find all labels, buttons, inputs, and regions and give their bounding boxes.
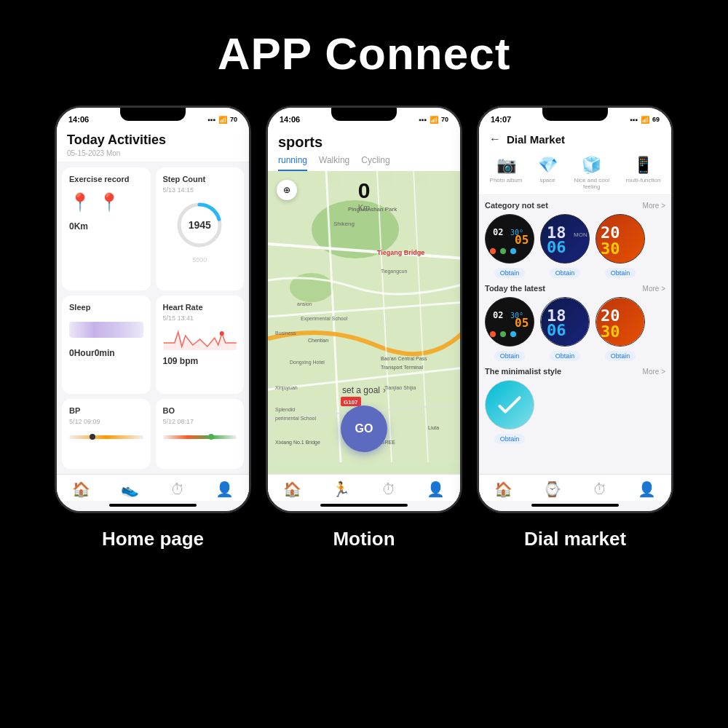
svg-text:Bao'an Central Pass: Bao'an Central Pass [381, 356, 427, 361]
nav-activity-icon[interactable]: 👟 [121, 480, 139, 498]
cat-multi[interactable]: 📱 multi-function [626, 156, 661, 190]
svg-text:02: 02 [493, 227, 503, 237]
phone-motion: 14:06 ▪▪▪ 📶 70 sports running Walkin [266, 106, 462, 550]
photo-album-icon: 📷 [496, 156, 516, 175]
svg-point-54 [510, 331, 516, 337]
dial-market-title: Dial Market [507, 133, 565, 146]
section2-more[interactable]: More > [643, 285, 665, 293]
dial-item-5[interactable]: 18 06 Obtain [540, 297, 590, 361]
dial-item-6[interactable]: 20 30 Obtain [596, 297, 645, 361]
hr-title: Heart Rate [163, 303, 237, 312]
svg-point-40 [510, 248, 516, 254]
dial-item-minimalist[interactable]: Obtain [485, 380, 534, 444]
svg-text:perimental School: perimental School [275, 416, 316, 422]
svg-text:Chentian: Chentian [308, 338, 328, 343]
wifi-icon-1: 📶 [218, 116, 227, 124]
sleep-value: 0Hour0min [69, 348, 143, 358]
svg-point-38 [490, 248, 496, 254]
phone1-label: Home page [102, 528, 204, 550]
obtain-btn-2b[interactable]: Obtain [550, 351, 581, 361]
svg-text:Experimental School: Experimental School [301, 316, 348, 322]
battery-icon-1: 70 [230, 116, 237, 123]
multi-icon: 📱 [633, 156, 653, 175]
svg-text:06: 06 [547, 321, 566, 339]
cat-cool[interactable]: 🧊 Nice and cool feeling [573, 156, 611, 190]
dial-item-1[interactable]: 02 30° 05 Obtain [485, 214, 534, 278]
set-goal-button[interactable]: set a goal › [342, 385, 386, 395]
phone-home: 14:06 ▪▪▪ 📶 70 Today Activities 05-15-20… [55, 106, 251, 550]
battery-icon-3: 69 [652, 116, 660, 123]
sports-title: sports [278, 134, 450, 151]
step-title: Step Count [163, 175, 237, 183]
home-date: 05-15-2023 Mon [67, 149, 239, 157]
section3-more[interactable]: More > [643, 368, 665, 376]
svg-text:Xixiang No.1 Bridge: Xixiang No.1 Bridge [275, 440, 320, 446]
obtain-btn-1b[interactable]: Obtain [550, 268, 581, 278]
nav-home-3[interactable]: 🏠 [494, 480, 513, 498]
exercise-card: Exercise record 📍 📍 0Km [62, 167, 151, 290]
svg-text:Liuta: Liuta [428, 425, 439, 430]
sleep-title: Sleep [69, 303, 143, 312]
hr-chart [163, 325, 237, 350]
obtain-btn-1c[interactable]: Obtain [605, 268, 636, 278]
sleep-card: Sleep 0Hour0min [62, 296, 151, 393]
svg-text:Business: Business [275, 331, 296, 336]
svg-text:02: 02 [493, 310, 503, 320]
cat-space[interactable]: 💎 space [538, 156, 558, 190]
obtain-btn-2a[interactable]: Obtain [494, 351, 526, 361]
hr-value: 109 bpm [163, 356, 237, 366]
page-title: APP Connect [218, 28, 511, 79]
nav-person-2[interactable]: 👤 [427, 480, 445, 498]
nav-home-2[interactable]: 🏠 [283, 480, 301, 498]
phone3-label: Dial market [524, 528, 626, 550]
phone2-label: Motion [333, 528, 395, 550]
section1-title: Category not set [485, 201, 548, 210]
svg-text:Pingluanshan Park: Pingluanshan Park [348, 206, 397, 213]
obtain-btn-2c[interactable]: Obtain [605, 351, 636, 361]
bo-card: BO 5/12 08:17 [156, 399, 245, 469]
location-button[interactable]: ⊕ [277, 180, 297, 200]
svg-point-39 [500, 248, 506, 254]
nav-clock-3[interactable]: ⏱ [593, 481, 607, 498]
go-button[interactable]: GO [341, 405, 387, 452]
nav-person-3[interactable]: 👤 [638, 480, 656, 498]
bp-sub: 5/12 09:09 [69, 418, 143, 425]
signal-icon-3: ▪▪▪ [630, 116, 638, 124]
exercise-value: 0Km [69, 221, 143, 232]
cat-label-cool: Nice and cool feeling [573, 177, 611, 190]
back-arrow[interactable]: ← [489, 132, 501, 146]
dial-item-2[interactable]: 18 06 MON Obtain [540, 214, 590, 278]
tab-running[interactable]: running [278, 155, 307, 171]
bp-title: BP [69, 406, 143, 415]
distance-unit: Km [358, 203, 371, 212]
dial-item-4[interactable]: 02 30° 05 Obtain [485, 297, 534, 361]
tab-walking[interactable]: Walking [319, 155, 349, 171]
nav-clock-icon[interactable]: ⏱ [170, 481, 185, 498]
map-view: Shikeng Pingluanshan Park Tiegang Bridge… [268, 171, 460, 474]
nav-home-icon[interactable]: 🏠 [72, 480, 90, 498]
svg-text:ansion: ansion [297, 301, 312, 306]
bottom-nav-1: 🏠 👟 ⏱ 👤 [57, 474, 249, 501]
nav-clock-2[interactable]: ⏱ [381, 481, 396, 498]
phone-dial: 14:07 ▪▪▪ 📶 69 ← Dial Market [477, 106, 673, 550]
section1-more[interactable]: More > [643, 202, 665, 210]
dial-item-3[interactable]: 20 30 Obtain [596, 214, 645, 278]
tab-cycling[interactable]: Cycling [361, 155, 389, 171]
nav-person-icon[interactable]: 👤 [215, 480, 234, 498]
nav-dial-3[interactable]: ⌚ [543, 480, 561, 498]
nav-run-2[interactable]: 🏃 [332, 480, 350, 498]
signal-icon-2: ▪▪▪ [419, 116, 427, 124]
wifi-icon-2: 📶 [430, 116, 438, 124]
space-icon: 💎 [538, 156, 558, 175]
svg-text:06: 06 [547, 238, 566, 256]
bottom-nav-3: 🏠 ⌚ ⏱ 👤 [479, 474, 671, 501]
svg-text:30: 30 [601, 240, 620, 258]
svg-marker-2 [163, 332, 236, 350]
cool-icon: 🧊 [582, 156, 601, 175]
obtain-btn-1a[interactable]: Obtain [494, 268, 526, 278]
cat-label-photo: Photo album [490, 177, 523, 183]
distance-value: 0 [358, 178, 371, 203]
cat-photo[interactable]: 📷 Photo album [490, 156, 523, 190]
hr-sub: 5/15 13:41 [163, 314, 237, 322]
obtain-btn-3a[interactable]: Obtain [494, 434, 526, 444]
